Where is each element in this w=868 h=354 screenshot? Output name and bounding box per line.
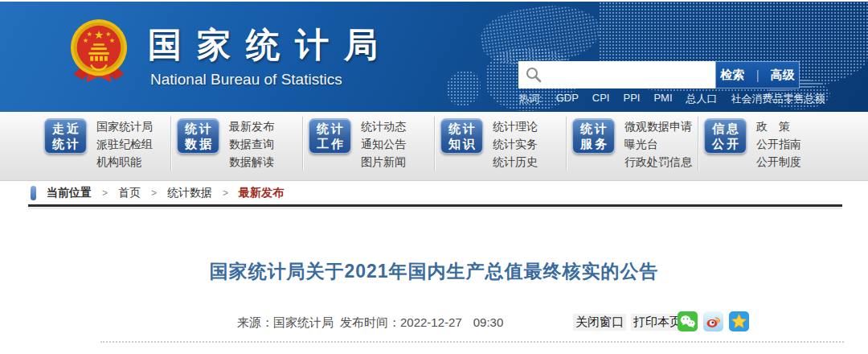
main-nav: 走近 统计 国家统计局 派驻纪检组 机构职能 统计 数据 最新发布 数据查询 数… (0, 112, 868, 181)
nav-badge-line: 服务 (578, 136, 609, 151)
nav-link[interactable]: 统计动态 (361, 117, 406, 135)
nav-section-disclosure: 信息 公开 政 策 公开指南 公开制度 (698, 117, 829, 171)
hot-word-retail[interactable]: 社会消费品零售总额 (731, 92, 825, 106)
nav-badge-line: 工作 (314, 136, 346, 151)
nav-links: 国家统计局 派驻纪检组 机构职能 (96, 117, 153, 171)
article-source: 来源：国家统计局 (237, 315, 334, 331)
wechat-share-icon[interactable] (678, 311, 698, 331)
world-map-decoration (447, 71, 481, 106)
weibo-share-icon[interactable] (703, 311, 723, 331)
search-bar: 检索 ｜ 高级 (518, 61, 800, 88)
advanced-search-label[interactable]: 高级 (771, 68, 795, 83)
search-button-label: 检索 (720, 68, 744, 83)
nav-badge-service[interactable]: 统计 服务 (572, 118, 615, 154)
nav-section-data: 统计 数据 最新发布 数据查询 数据解读 (170, 117, 302, 171)
hot-word-gdp[interactable]: GDP (556, 92, 579, 106)
nav-badge-line: 走近 (50, 121, 81, 136)
content-dotted-divider (100, 341, 844, 343)
nav-link[interactable]: 行政处罚信息 (624, 153, 692, 171)
nav-link[interactable]: 图片新闻 (361, 153, 406, 171)
nav-link[interactable]: 政 策 (756, 117, 801, 135)
site-title: 国家统计局 (148, 23, 393, 68)
nav-links: 政 策 公开指南 公开制度 (756, 117, 801, 171)
national-emblem-logo[interactable]: ★ ★ ★ ★ ★ (68, 18, 130, 84)
site-subtitle: National Bureau of Statistics (150, 71, 342, 88)
search-button-divider: ｜ (751, 68, 764, 83)
nav-badge-line: 数据 (182, 136, 214, 151)
svg-text:★: ★ (94, 29, 104, 41)
nav-links: 统计理论 统计实务 统计历史 (493, 117, 538, 171)
publish-time: 09:30 (473, 315, 504, 329)
nav-link[interactable]: 公开指南 (756, 135, 801, 153)
nav-links: 统计动态 通知公告 图片新闻 (361, 117, 406, 171)
nav-badge-disclosure[interactable]: 信息 公开 (704, 118, 747, 154)
breadcrumb-current[interactable]: 最新发布 (239, 186, 284, 200)
nav-badge-line: 统计 (578, 121, 609, 136)
nav-links: 最新发布 数据查询 数据解读 (229, 117, 274, 171)
breadcrumb-divider-rule (28, 204, 842, 207)
site-banner: ★ ★ ★ ★ ★ 国家统计局 National Bureau of Stati… (0, 0, 868, 112)
nav-badge-knowledge[interactable]: 统计 知识 (440, 118, 483, 154)
article-actions: 关闭窗口 打印本页 (573, 314, 684, 331)
nav-link[interactable]: 派驻纪检组 (96, 135, 153, 153)
nav-badge-line: 统计 (182, 121, 214, 136)
nav-badge-work[interactable]: 统计 工作 (309, 118, 351, 154)
nav-badge-line: 统计 (446, 121, 477, 136)
nav-link[interactable]: 公开制度 (756, 153, 801, 171)
svg-text:★: ★ (83, 37, 88, 44)
nav-link[interactable]: 通知公告 (361, 135, 406, 153)
hot-words-bar: 热词: GDP CPI PPI PMI 总人口 社会消费品零售总额 (518, 92, 825, 106)
nav-link[interactable]: 曝光台 (624, 135, 692, 153)
source-label: 来源： (237, 315, 273, 329)
nav-link[interactable]: 数据解读 (229, 153, 274, 171)
article-meta: 来源：国家统计局 发布时间：2022-12-2709:30 关闭窗口 打印本页 (0, 311, 868, 335)
hot-word-pmi[interactable]: PMI (653, 92, 672, 106)
source-value: 国家统计局 (273, 315, 334, 329)
nav-badge-line: 信息 (710, 121, 741, 136)
nav-badge-line: 统计 (314, 121, 346, 136)
article-title: 国家统计局关于2021年国内生产总值最终核实的公告 (0, 259, 868, 284)
search-icon (525, 66, 542, 84)
nav-section-work: 统计 工作 统计动态 通知公告 图片新闻 (302, 117, 434, 171)
nav-link[interactable]: 机构职能 (96, 153, 153, 171)
hot-word-population[interactable]: 总人口 (686, 92, 718, 106)
print-page-button[interactable]: 打印本页 (631, 314, 684, 331)
hot-word-cpi[interactable]: CPI (592, 92, 610, 106)
breadcrumb-statistics-data[interactable]: 统计数据 (167, 186, 212, 200)
search-button[interactable]: 检索 ｜ 高级 (715, 61, 800, 88)
nav-link[interactable]: 数据查询 (229, 135, 274, 153)
nav-link[interactable]: 统计历史 (493, 153, 538, 171)
chevron-right-icon: > (223, 187, 228, 199)
nav-section-service: 统计 服务 微观数据申请 曝光台 行政处罚信息 (566, 117, 698, 171)
breadcrumb-label: 当前位置 (47, 186, 92, 200)
breadcrumb-pill-icon (31, 186, 36, 200)
nav-badge-data[interactable]: 统计 数据 (177, 118, 219, 154)
close-window-button[interactable]: 关闭窗口 (573, 314, 626, 331)
nav-badge-about[interactable]: 走近 统计 (44, 118, 87, 154)
svg-text:★: ★ (109, 37, 115, 44)
page: ★ ★ ★ ★ ★ 国家统计局 National Bureau of Stati… (0, 0, 868, 354)
main-nav-inner: 走近 统计 国家统计局 派驻纪检组 机构职能 统计 数据 最新发布 数据查询 数… (39, 117, 829, 171)
article-publish-time: 发布时间：2022-12-2709:30 (340, 315, 503, 331)
search-input-wrap (518, 61, 715, 88)
nav-badge-line: 公开 (710, 136, 741, 151)
share-icons (678, 311, 749, 331)
nav-link[interactable]: 微观数据申请 (624, 117, 692, 135)
nav-link[interactable]: 统计实务 (493, 135, 538, 153)
search-input[interactable] (542, 64, 715, 86)
nav-section-knowledge: 统计 知识 统计理论 统计实务 统计历史 (434, 117, 566, 171)
nav-links: 微观数据申请 曝光台 行政处罚信息 (624, 117, 692, 171)
hot-words-label: 热词: (518, 92, 542, 106)
qzone-share-icon[interactable] (729, 311, 749, 331)
nav-badge-line: 统计 (50, 136, 81, 151)
nav-section-about: 走近 统计 国家统计局 派驻纪检组 机构职能 (39, 117, 170, 171)
breadcrumb: 当前位置 > 首页 > 统计数据 > 最新发布 (31, 184, 284, 202)
hot-word-ppi[interactable]: PPI (623, 92, 640, 106)
nav-link[interactable]: 最新发布 (229, 117, 274, 135)
nav-link[interactable]: 国家统计局 (96, 117, 153, 135)
nav-link[interactable]: 统计理论 (493, 117, 538, 135)
chevron-right-icon: > (102, 187, 108, 199)
breadcrumb-home[interactable]: 首页 (118, 186, 141, 200)
publish-date: 2022-12-27 (400, 315, 462, 329)
publish-label: 发布时间： (340, 315, 400, 329)
